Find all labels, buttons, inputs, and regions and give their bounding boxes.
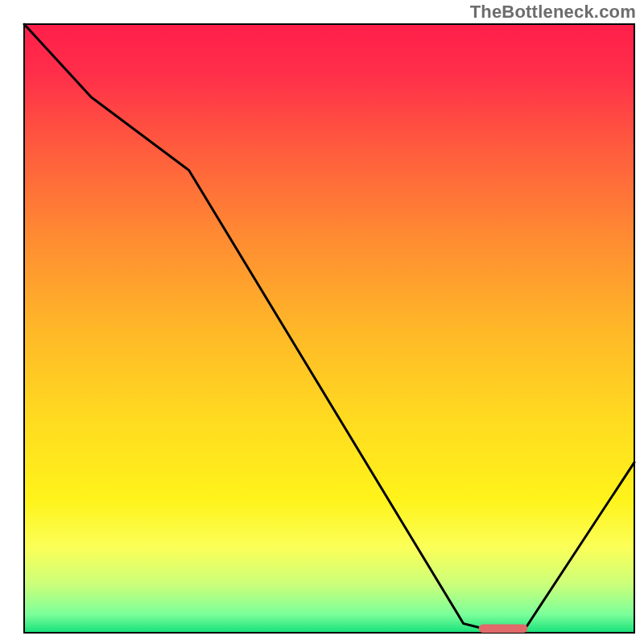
bottleneck-chart [0, 0, 644, 644]
chart-container: TheBottleneck.com [0, 0, 644, 644]
optimum-marker [479, 624, 528, 633]
watermark-label: TheBottleneck.com [470, 2, 636, 23]
